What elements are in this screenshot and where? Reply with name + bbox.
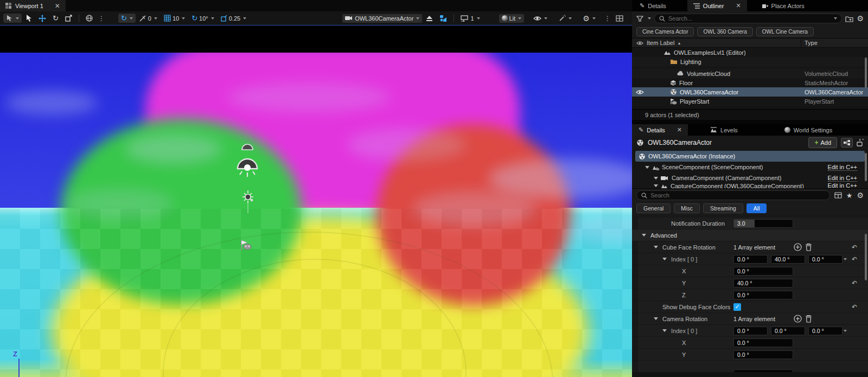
viewport-scene[interactable]: Z: [0, 53, 632, 377]
scale-tool-button[interactable]: [62, 14, 75, 23]
outliner-scrollbar[interactable]: [865, 57, 867, 88]
grid-snap-dropdown[interactable]: 10: [161, 14, 188, 23]
outliner-row-volumetriccloud[interactable]: VolumetricCloud VolumetricCloud: [632, 69, 868, 78]
world-coordinate-button[interactable]: [83, 14, 95, 23]
expander-icon[interactable]: [662, 329, 667, 332]
tab-levels[interactable]: Levels: [704, 124, 744, 136]
tab-details-close-icon[interactable]: ✕: [677, 126, 682, 133]
camera-x-input[interactable]: 0.0 °: [733, 338, 793, 347]
effects-dropdown[interactable]: [556, 14, 575, 23]
index-options-caret[interactable]: [844, 258, 847, 260]
tab-outliner-close-icon[interactable]: ✕: [736, 2, 741, 9]
layout-maximize-icon[interactable]: [616, 15, 623, 22]
details-search[interactable]: [636, 190, 830, 200]
filter-misc[interactable]: Misc: [674, 203, 700, 213]
tab-details-top[interactable]: ✎ Details: [632, 0, 672, 11]
component-row-capturecomponent[interactable]: CaptureComponent (OWL360CaptureComponent…: [635, 183, 865, 188]
component-view-options-button[interactable]: [841, 138, 853, 148]
expander-icon[interactable]: [654, 317, 658, 320]
new-folder-icon[interactable]: [845, 15, 853, 22]
rotate-tool-button[interactable]: ↻: [50, 14, 61, 23]
filter-streaming[interactable]: Streaming: [703, 203, 743, 213]
filter-all[interactable]: All: [746, 203, 767, 213]
index-options-caret[interactable]: [844, 330, 847, 332]
camera-rotation-z-input[interactable]: 0.0 °: [808, 327, 843, 335]
search-options-caret[interactable]: [834, 17, 837, 20]
cube-x-input[interactable]: 0.0 °: [733, 267, 793, 276]
favorites-star-icon[interactable]: ★: [846, 191, 853, 200]
outliner-search-input[interactable]: [668, 15, 829, 22]
cube-rotation-x-input[interactable]: 0.0 °: [733, 255, 768, 264]
display-options-icon[interactable]: [834, 192, 842, 199]
toolbar-overflow-dots[interactable]: ⋮: [97, 15, 106, 22]
rotation-snap-dropdown[interactable]: ↻ 10°: [189, 14, 217, 23]
column-type[interactable]: Type: [805, 40, 818, 46]
directional-light-sprite[interactable]: [240, 190, 256, 214]
outliner-search[interactable]: [654, 14, 842, 23]
details-scrollbar[interactable]: [865, 234, 867, 280]
expander-icon[interactable]: [654, 184, 658, 187]
partial-input[interactable]: [733, 369, 793, 372]
cube-y-input[interactable]: 40.0 °: [733, 279, 793, 287]
tab-place-actors[interactable]: Place Actors: [756, 0, 810, 11]
outliner-row-owl360cameraactor[interactable]: OWL360CameraActor OWL360CameraActor: [632, 87, 868, 97]
details-settings-gear-icon[interactable]: ⚙: [857, 191, 864, 199]
chip-owl-cine-camera[interactable]: OWL Cine Camera: [756, 27, 814, 36]
tab-outliner[interactable]: Outliner ✕: [687, 0, 747, 11]
cube-rotation-z-input[interactable]: 0.0 °: [808, 255, 843, 264]
outliner-row-playerstart[interactable]: PlayerStart PlayerStart: [632, 97, 868, 106]
filter-general[interactable]: General: [636, 203, 671, 213]
expander-icon[interactable]: [662, 258, 667, 260]
lock-open-icon[interactable]: [857, 139, 864, 146]
screen-percentage-dropdown[interactable]: 1: [458, 14, 482, 23]
expander-icon[interactable]: [645, 166, 649, 169]
filter-icon[interactable]: [636, 16, 643, 22]
cube-z-input[interactable]: 0.0 °: [733, 291, 793, 299]
eject-pilot-button[interactable]: [423, 14, 436, 23]
outliner-row-floor[interactable]: Floor StaticMeshActor: [632, 78, 868, 87]
reset-to-default-icon[interactable]: ↶: [852, 279, 857, 287]
surface-snapping-dropdown[interactable]: ↻: [118, 14, 136, 23]
edit-in-cpp-link[interactable]: Edit in C++: [828, 175, 857, 182]
component-row-scenecomponent[interactable]: SceneComponent (SceneComponent) Edit in …: [635, 162, 865, 172]
notification-duration-input[interactable]: 3.0: [733, 219, 793, 228]
show-debug-face-colors-checkbox[interactable]: ✓: [733, 303, 741, 311]
tab-world-settings[interactable]: World Settings: [778, 124, 838, 136]
row-visibility-eye-icon[interactable]: [636, 90, 644, 95]
add-array-element-icon[interactable]: [794, 315, 802, 323]
expander-icon[interactable]: [654, 246, 658, 248]
add-array-element-icon[interactable]: [794, 243, 802, 251]
edit-in-cpp-link[interactable]: Edit in C++: [828, 164, 857, 171]
delete-array-icon[interactable]: [805, 243, 812, 251]
chip-owl-360-camera[interactable]: OWL 360 Camera: [697, 27, 752, 36]
component-tree-scrollbar[interactable]: [865, 153, 867, 181]
delete-array-icon[interactable]: [805, 315, 812, 323]
camera-y-input[interactable]: 0.0 °: [733, 350, 793, 359]
skylight-sprite[interactable]: [235, 155, 259, 177]
expander-icon[interactable]: [642, 234, 646, 237]
outliner-row-lighting[interactable]: Lighting: [632, 57, 868, 66]
viewport-tab[interactable]: Viewport 1 ✕: [0, 0, 66, 11]
player-start-sprite[interactable]: [239, 239, 254, 251]
viewport-tab-close-icon[interactable]: ✕: [55, 2, 60, 10]
column-item-label[interactable]: Item Label: [647, 40, 674, 46]
outliner-row-level[interactable]: OWLExamplesLvl1 (Editor): [632, 48, 868, 57]
snap-offset-dropdown[interactable]: 0: [137, 14, 160, 23]
tab-details[interactable]: ✎ Details ✕: [632, 124, 688, 136]
component-row-cameracomponent[interactable]: CameraComponent (CameraComponent) Edit i…: [635, 172, 865, 183]
view-mode-dropdown[interactable]: Lit: [499, 14, 525, 23]
edit-in-cpp-link[interactable]: Edit in C++: [828, 183, 857, 188]
move-tool-button[interactable]: [36, 14, 49, 23]
reset-to-default-icon[interactable]: ↶: [852, 303, 857, 311]
show-flags-dropdown[interactable]: [531, 15, 550, 22]
camera-rotation-y-input[interactable]: 0.0 °: [771, 327, 805, 335]
camera-rotation-x-input[interactable]: 0.0 °: [733, 327, 768, 335]
viewport-settings-dropdown[interactable]: ⚙: [580, 14, 598, 23]
component-row-instance[interactable]: OWL360CameraActor (Instance): [635, 151, 865, 162]
section-advanced[interactable]: Advanced: [632, 229, 868, 241]
reset-to-default-icon[interactable]: ↶: [852, 255, 857, 263]
chip-cine-camera-actor[interactable]: Cine Camera Actor: [636, 27, 694, 36]
outliner-settings-gear-icon[interactable]: ⚙: [857, 15, 864, 22]
expander-icon[interactable]: [654, 177, 658, 180]
add-component-button[interactable]: + Add: [808, 137, 837, 148]
